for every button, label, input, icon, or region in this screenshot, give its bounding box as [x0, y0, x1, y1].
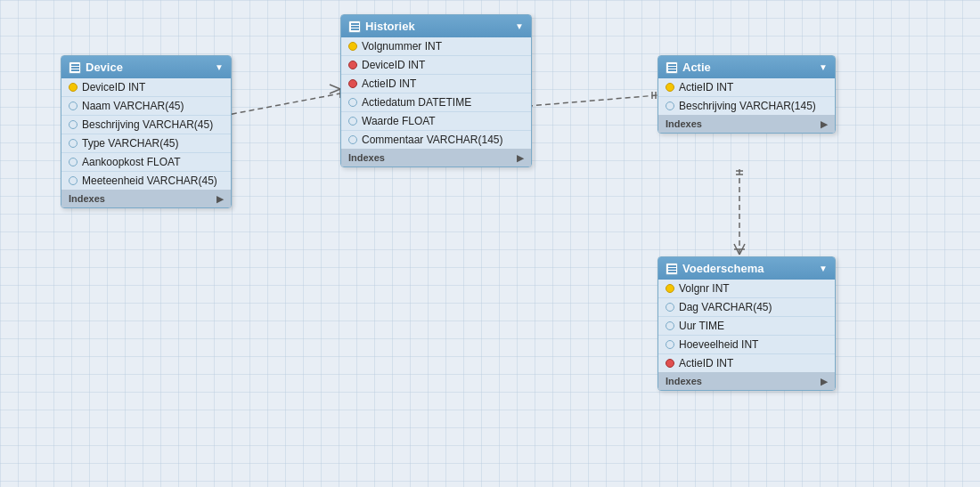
field-icon: [69, 176, 78, 185]
svg-line-2: [330, 89, 340, 93]
voederschema-indexes-label: Indexes: [666, 376, 702, 386]
field-icon: [348, 98, 357, 107]
device-indexes-arrow: ▶: [216, 194, 224, 204]
svg-line-6: [519, 95, 657, 107]
device-db-icon: [69, 61, 81, 74]
fk-icon: [666, 359, 674, 368]
device-field-deviceid: DeviceID INT: [61, 78, 231, 97]
device-field-beschrijving: Beschrijving VARCHAR(45): [61, 116, 231, 134]
svg-line-1: [330, 85, 340, 89]
historiek-dropdown-icon[interactable]: ▼: [515, 21, 524, 31]
actie-db-icon: [666, 61, 678, 74]
actie-field-actieid: ActieID INT: [658, 78, 835, 97]
historiek-field-deviceid: DeviceID INT: [341, 56, 531, 75]
field-icon: [69, 120, 78, 129]
actie-indexes[interactable]: Indexes ▶: [658, 115, 835, 133]
historiek-field-waarde: Waarde FLOAT: [341, 112, 531, 131]
voederschema-title: Voederschema: [682, 262, 764, 275]
field-icon: [348, 135, 357, 144]
field-icon: [666, 340, 674, 349]
actie-dropdown-icon[interactable]: ▼: [819, 62, 828, 72]
pk-icon: [69, 83, 78, 92]
voederschema-table-header: Voederschema ▼: [658, 257, 835, 280]
field-icon: [69, 139, 78, 148]
voederschema-indexes-arrow: ▶: [821, 377, 828, 386]
actie-table: Actie ▼ ActieID INT Beschrijving VARCHAR…: [657, 55, 836, 134]
historiek-field-commentaar: Commentaar VARCHAR(145): [341, 131, 531, 149]
svg-line-0: [223, 93, 340, 116]
historiek-field-volgnummer: Volgnummer INT: [341, 37, 531, 56]
device-dropdown-icon[interactable]: ▼: [215, 62, 224, 72]
historiek-table-header: Historiek ▼: [341, 15, 531, 37]
device-field-aankoopkost: Aankoopkost FLOAT: [61, 153, 231, 172]
device-field-naam: Naam VARCHAR(45): [61, 97, 231, 116]
field-icon: [666, 303, 674, 312]
device-title: Device: [86, 61, 123, 74]
voederschema-indexes[interactable]: Indexes ▶: [658, 372, 835, 390]
voederschema-table-body: Volgnr INT Dag VARCHAR(45) Uur TIME Hoev…: [658, 280, 835, 372]
voederschema-field-uur: Uur TIME: [658, 317, 835, 336]
historiek-table: Historiek ▼ Volgnummer INT DeviceID INT …: [340, 14, 532, 167]
fk-icon: [348, 79, 357, 88]
field-icon: [348, 117, 357, 126]
voederschema-dropdown-icon[interactable]: ▼: [819, 264, 828, 273]
voederschema-field-dag: Dag VARCHAR(45): [658, 298, 835, 317]
field-icon: [69, 101, 78, 110]
historiek-field-actieid: ActieID INT: [341, 75, 531, 93]
field-icon: [666, 101, 674, 110]
voederschema-field-hoeveelheid: Hoeveelheid INT: [658, 336, 835, 354]
historiek-indexes-arrow: ▶: [517, 153, 524, 163]
voederschema-field-actieid: ActieID INT: [658, 354, 835, 372]
pk-icon: [666, 83, 674, 92]
fk-icon: [348, 61, 357, 69]
voederschema-db-icon: [666, 263, 678, 275]
historiek-db-icon: [348, 20, 361, 33]
actie-table-header: Actie ▼: [658, 56, 835, 78]
device-table: Device ▼ DeviceID INT Naam VARCHAR(45) B…: [61, 55, 232, 208]
device-field-meeteenheid: Meeteenheid VARCHAR(45): [61, 172, 231, 190]
actie-indexes-label: Indexes: [666, 118, 702, 129]
device-table-body: DeviceID INT Naam VARCHAR(45) Beschrijvi…: [61, 78, 231, 190]
voederschema-table: Voederschema ▼ Volgnr INT Dag VARCHAR(45…: [657, 256, 836, 391]
pk-icon: [666, 284, 674, 293]
actie-field-beschrijving: Beschrijving VARCHAR(145): [658, 97, 835, 115]
actie-table-body: ActieID INT Beschrijving VARCHAR(145): [658, 78, 835, 115]
voederschema-field-volgnr: Volgnr INT: [658, 280, 835, 298]
device-field-type: Type VARCHAR(45): [61, 134, 231, 153]
device-table-header: Device ▼: [61, 56, 231, 78]
field-icon: [666, 321, 674, 330]
historiek-indexes[interactable]: Indexes ▶: [341, 149, 531, 166]
device-indexes-label: Indexes: [69, 193, 105, 204]
actie-title: Actie: [682, 61, 711, 74]
svg-line-15: [739, 244, 745, 255]
actie-indexes-arrow: ▶: [821, 119, 828, 129]
svg-line-14: [734, 244, 739, 255]
device-indexes[interactable]: Indexes ▶: [61, 190, 231, 207]
historiek-indexes-label: Indexes: [348, 152, 385, 163]
pk-icon: [348, 42, 357, 51]
historiek-field-actiedatum: Actiedatum DATETIME: [341, 93, 531, 112]
historiek-table-body: Volgnummer INT DeviceID INT ActieID INT …: [341, 37, 531, 149]
field-icon: [69, 158, 78, 166]
historiek-title: Historiek: [365, 20, 415, 33]
